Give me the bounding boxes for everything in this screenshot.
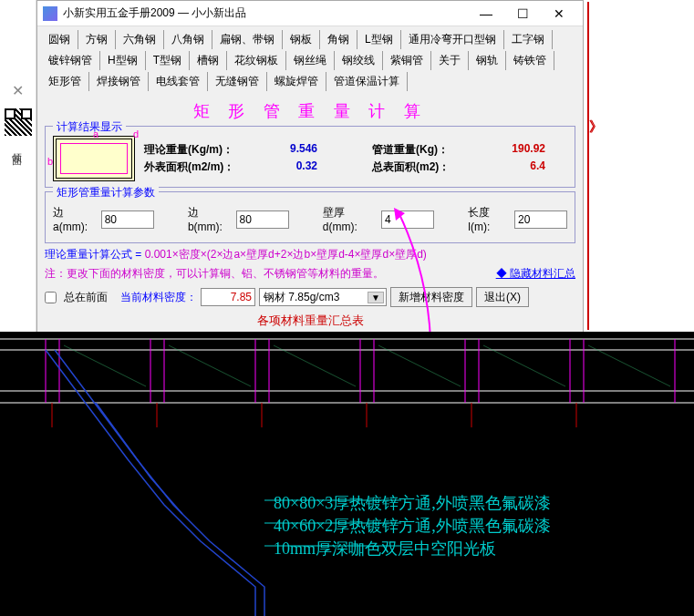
svg-line-28	[588, 345, 670, 386]
result-value-area: 0.32	[244, 159, 317, 175]
hide-summary-link[interactable]: ◆ 隐藏材料汇总	[496, 266, 575, 282]
edge-chevron: 》	[589, 118, 603, 136]
tab-11[interactable]: H型钢	[100, 51, 146, 70]
annotation-line-2: 40×60×2厚热镀锌方通,外喷黑色氟碳漆	[274, 515, 551, 538]
tab-26[interactable]: 管道保温计算	[326, 72, 408, 91]
results-group-title: 计算结果显示	[53, 119, 126, 135]
param-b-label: 边b(mm):	[188, 205, 233, 233]
diagram-label-a: a	[93, 128, 98, 139]
always-on-top-checkbox[interactable]	[45, 292, 57, 303]
material-select[interactable]: 钢材 7.85g/cm3	[259, 288, 387, 306]
result-label-weight: 理论重量(Kg/m)：	[144, 142, 244, 158]
tab-10[interactable]: 镀锌钢管	[41, 51, 100, 70]
qr-code	[5, 108, 32, 136]
tab-9[interactable]: 工字钢	[504, 30, 553, 49]
tab-bar: 圆钢方钢六角钢八角钢扁钢、带钢钢板角钢L型钢通用冷弯开口型钢工字钢镀锌钢管H型钢…	[37, 26, 583, 93]
tab-17[interactable]: 紫铜管	[383, 51, 431, 70]
annotation-line-1: 80×80×3厚热镀锌方通,外喷黑色氟碳漆	[274, 492, 551, 515]
svg-line-26	[378, 345, 461, 386]
result-label-area: 外表面积(m2/m)：	[144, 159, 244, 175]
result-value-totalarea: 6.4	[472, 159, 545, 175]
tab-14[interactable]: 花纹钢板	[227, 51, 286, 70]
tab-18[interactable]: 关于	[431, 51, 469, 70]
param-d-input[interactable]	[381, 210, 434, 229]
tab-2[interactable]: 六角钢	[116, 30, 164, 49]
result-label-totalarea: 总表面积(m2)：	[372, 159, 472, 175]
results-group: 计算结果显示 a b d 理论重量(Kg/m)： 9.546 管道重量(Kg)：…	[45, 126, 575, 188]
diagram-label-b: b	[47, 156, 53, 167]
result-label-pipeweight: 管道重量(Kg)：	[372, 142, 472, 158]
param-l-input[interactable]	[514, 210, 567, 229]
tab-20[interactable]: 铸铁管	[506, 51, 554, 70]
formula-text: 0.001×密度×(2×边a×壁厚d+2×边b×壁厚d-4×壁厚d×壁厚d)	[145, 248, 427, 261]
svg-line-24	[169, 345, 251, 386]
shape-diagram: a b d	[53, 136, 135, 181]
tab-13[interactable]: 槽钢	[190, 51, 227, 70]
tab-23[interactable]: 电线套管	[149, 72, 208, 91]
maximize-button[interactable]: ☐	[504, 2, 541, 26]
param-a-label: 边a(mm):	[53, 205, 98, 233]
param-d-label: 壁厚d(mm):	[323, 205, 378, 233]
param-l-label: 长度l(m):	[468, 205, 511, 233]
tab-24[interactable]: 无缝钢管	[208, 72, 267, 91]
summary-title: 各项材料重量汇总表	[45, 313, 575, 329]
param-a-input[interactable]	[101, 210, 154, 229]
tab-7[interactable]: L型钢	[357, 30, 401, 49]
cad-annotations: 80×80×3厚热镀锌方通,外喷黑色氟碳漆 40×60×2厚热镀锌方通,外喷黑色…	[274, 492, 551, 561]
formula-label: 理论重量计算公式 =	[45, 248, 145, 261]
window-title: 小新实用五金手册2009 — 小小新出品	[63, 5, 468, 21]
tab-25[interactable]: 螺旋焊管	[267, 72, 326, 91]
tab-6[interactable]: 角钢	[320, 30, 357, 49]
params-group: 矩形管重量计算参数 边a(mm): 边b(mm): 壁厚d(mm): 长度l(m…	[45, 191, 575, 243]
density-label: 当前材料密度：	[120, 290, 197, 305]
edge-marker	[587, 2, 589, 330]
app-icon	[43, 6, 57, 21]
svg-line-27	[483, 345, 565, 386]
tab-19[interactable]: 钢轨	[469, 51, 506, 70]
exit-button[interactable]: 退出(X)	[476, 287, 529, 307]
tab-4[interactable]: 扁钢、带钢	[212, 30, 283, 49]
app-window: 小新实用五金手册2009 — 小小新出品 — ☐ ✕ 圆钢方钢六角钢八角钢扁钢、…	[36, 0, 584, 357]
note-text: 注：更改下面的材料密度，可以计算铜、铝、不锈钢管等材料的重量。	[45, 267, 384, 280]
tab-21[interactable]: 矩形管	[41, 72, 89, 91]
tab-8[interactable]: 通用冷弯开口型钢	[401, 30, 504, 49]
svg-line-23	[64, 345, 146, 386]
add-density-button[interactable]: 新增材料密度	[390, 287, 472, 307]
param-b-input[interactable]	[236, 210, 289, 229]
diagram-label-d: d	[133, 128, 139, 139]
tab-16[interactable]: 钢绞线	[335, 51, 383, 70]
sidebar-close[interactable]: ✕	[0, 82, 36, 99]
minimize-button[interactable]: —	[468, 2, 504, 26]
result-value-weight: 9.546	[244, 142, 317, 158]
tab-22[interactable]: 焊接钢管	[89, 72, 149, 91]
svg-line-25	[274, 345, 356, 386]
tab-3[interactable]: 八角钢	[164, 30, 212, 49]
tab-5[interactable]: 钢板	[283, 30, 320, 49]
params-group-title: 矩形管重量计算参数	[53, 185, 159, 200]
annotation-line-3: 10mm厚深咖色双层中空阳光板	[274, 538, 551, 560]
tab-15[interactable]: 钢丝绳	[286, 51, 335, 70]
density-input[interactable]	[201, 288, 255, 306]
result-value-pipeweight: 190.92	[472, 142, 545, 158]
cad-drawing-area	[0, 332, 694, 616]
always-on-top-label: 总在前面	[64, 290, 108, 305]
tab-1[interactable]: 方钢	[78, 30, 116, 49]
tab-0[interactable]: 圆钢	[41, 30, 78, 49]
tab-12[interactable]: T型钢	[146, 51, 190, 70]
close-button[interactable]: ✕	[541, 2, 577, 26]
sidebar-text: 领 面	[13, 145, 24, 148]
titlebar: 小新实用五金手册2009 — 小小新出品 — ☐ ✕	[37, 1, 583, 26]
